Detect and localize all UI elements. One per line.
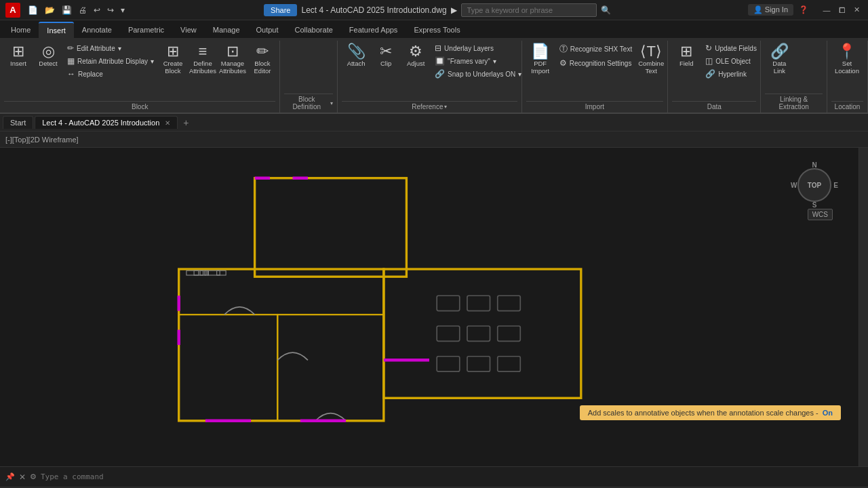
- maximize-button[interactable]: ⧠: [835, 4, 848, 16]
- compass-view-label: TOP: [808, 182, 821, 189]
- clip-button[interactable]: ✂ Clip: [372, 42, 400, 69]
- retain-attribute-button[interactable]: ▦ Retain Attribute Display ▾: [64, 55, 157, 67]
- undo-icon[interactable]: ↩: [92, 4, 102, 16]
- tab-start[interactable]: Start: [3, 116, 33, 129]
- replace-icon: ↔: [67, 69, 75, 79]
- edit-attribute-dropdown[interactable]: ▾: [118, 45, 121, 52]
- linking-label: Linking & Extraction: [765, 96, 823, 110]
- insert-button[interactable]: ⊞ Insert: [4, 42, 33, 69]
- recognition-settings-button[interactable]: ⚙ Recognition Settings: [556, 57, 636, 69]
- window-title: Lect 4 - AutoCAD 2025 Introduction.dwg: [301, 5, 446, 15]
- combine-text-button[interactable]: ⟨T⟩ CombineText: [637, 42, 665, 77]
- title-center: Share Lect 4 - AutoCAD 2025 Introduction…: [264, 3, 611, 17]
- clip-icon: ✂: [380, 44, 392, 59]
- attribute-buttons: ✏ Edit Attribute ▾ ▦ Retain Attribute Di…: [64, 42, 157, 80]
- create-block-icon: ⊞: [167, 44, 179, 59]
- attach-button[interactable]: 📎 Attach: [342, 42, 370, 69]
- field-button[interactable]: ⊞ Field: [672, 42, 701, 69]
- compass-south: S: [812, 201, 817, 209]
- help-icon[interactable]: ❓: [799, 5, 808, 14]
- pdf-import-button[interactable]: 📄 PDFImport: [526, 42, 555, 77]
- underlay-layers-button[interactable]: ⊟ Underlay Layers: [431, 42, 525, 54]
- tab-featured-apps[interactable]: Featured Apps: [341, 22, 406, 38]
- set-location-button[interactable]: 📍 SetLocation: [831, 42, 863, 77]
- svg-rect-12: [437, 296, 460, 310]
- tab-close-button[interactable]: ✕: [165, 119, 170, 127]
- ribbon: Home Insert Annotate Parametric View Man…: [0, 20, 868, 114]
- detect-button[interactable]: ◎ Detect: [34, 42, 62, 69]
- tab-output[interactable]: Output: [248, 22, 287, 38]
- hyperlink-button[interactable]: 🔗 Hyperlink: [702, 68, 760, 80]
- replace-button[interactable]: ↔ Replace: [64, 68, 157, 80]
- right-scrollbar[interactable]: [859, 148, 868, 466]
- block-def-dropdown[interactable]: ▾: [330, 100, 333, 106]
- ribbon-content: ⊞ Insert ◎ Detect ✏ Edit Attribute ▾ ▦ R…: [0, 38, 868, 113]
- svg-rect-26: [217, 270, 226, 275]
- data-link-button[interactable]: 🔗 DataLink: [765, 42, 793, 77]
- tab-parametric[interactable]: Parametric: [120, 22, 172, 38]
- tab-annotate[interactable]: Annotate: [74, 22, 120, 38]
- save-icon[interactable]: 💾: [60, 4, 74, 16]
- plot-icon[interactable]: 🖨: [77, 4, 89, 16]
- tab-drawing[interactable]: Lect 4 - AutoCAD 2025 Introduction ✕: [35, 116, 178, 129]
- close-button close-btn[interactable]: ✕: [850, 4, 863, 16]
- snap-dropdown[interactable]: ▾: [518, 70, 521, 78]
- data-extras: ↻ Update Fields ◫ OLE Object 🔗 Hyperlink: [702, 42, 760, 80]
- search-icon[interactable]: 🔍: [601, 5, 611, 15]
- add-tab-button[interactable]: +: [179, 116, 193, 129]
- command-settings-icon[interactable]: ⚙: [30, 472, 37, 481]
- recognize-shx-button[interactable]: Ⓣ Recognize SHX Text: [556, 42, 636, 56]
- reference-dropdown[interactable]: ▾: [444, 104, 447, 110]
- adjust-icon: ⚙: [409, 44, 422, 59]
- svg-rect-14: [498, 296, 521, 310]
- command-input[interactable]: [41, 472, 863, 481]
- svg-rect-13: [467, 296, 490, 310]
- svg-rect-15: [437, 326, 460, 341]
- block-editor-button[interactable]: ✏ BlockEditor: [248, 42, 277, 77]
- title-right: 👤 Sign In ❓ — ⧠ ✕: [748, 4, 863, 16]
- title-arrow[interactable]: ▶: [451, 5, 457, 15]
- notification-link[interactable]: On: [823, 409, 833, 417]
- sign-in-button[interactable]: 👤 Sign In: [748, 4, 793, 16]
- command-pin-icon[interactable]: 📌: [5, 472, 15, 481]
- command-line: 📌 ✕ ⚙: [0, 466, 868, 487]
- notification-text: Add scales to annotative objects when th…: [588, 409, 818, 417]
- tab-collaborate[interactable]: Collaborate: [287, 22, 341, 38]
- create-block-button[interactable]: ⊞ CreateBlock: [159, 42, 187, 77]
- adjust-button[interactable]: ⚙ Adjust: [401, 42, 430, 69]
- tab-manage[interactable]: Manage: [205, 22, 248, 38]
- redo-icon[interactable]: ↪: [105, 4, 116, 16]
- frames-dropdown[interactable]: ▾: [493, 58, 496, 65]
- compass-center[interactable]: TOP: [797, 168, 831, 202]
- block-editor-icon: ✏: [256, 44, 269, 59]
- tab-insert[interactable]: Insert: [39, 22, 74, 38]
- manage-attributes-button[interactable]: ⊡ ManageAttributes: [218, 42, 247, 77]
- tab-express-tools[interactable]: Express Tools: [406, 22, 468, 38]
- reference-extras: ⊟ Underlay Layers 🔲 "Frames vary" ▾ 🔗 Sn…: [431, 42, 525, 80]
- location-label: Location: [835, 103, 861, 110]
- search-input[interactable]: [461, 3, 597, 17]
- open-icon[interactable]: 📂: [43, 4, 57, 16]
- svg-rect-4: [384, 269, 581, 398]
- underlay-icon: ⊟: [435, 43, 441, 53]
- new-icon[interactable]: 📄: [26, 4, 40, 16]
- tab-view[interactable]: View: [172, 22, 205, 38]
- retain-dropdown[interactable]: ▾: [151, 58, 154, 65]
- update-fields-button[interactable]: ↻ Update Fields: [702, 42, 760, 54]
- tab-home[interactable]: Home: [3, 22, 39, 38]
- frames-button[interactable]: 🔲 "Frames vary" ▾: [431, 55, 525, 67]
- define-attributes-button[interactable]: ≡ DefineAttributes: [189, 42, 217, 77]
- more-icon[interactable]: ▾: [119, 4, 127, 16]
- snap-underlays-button[interactable]: 🔗 Snap to Underlays ON ▾: [431, 68, 525, 80]
- edit-attribute-button[interactable]: ✏ Edit Attribute ▾: [64, 42, 157, 54]
- ole-object-button[interactable]: ◫ OLE Object: [702, 55, 760, 67]
- data-link-icon: 🔗: [770, 44, 789, 59]
- minimize-button[interactable]: —: [821, 4, 833, 16]
- svg-rect-0: [179, 269, 384, 421]
- compass-west: W: [791, 182, 797, 189]
- share-button[interactable]: Share: [264, 4, 297, 16]
- command-close-icon[interactable]: ✕: [19, 472, 26, 482]
- ribbon-group-linking: 🔗 DataLink Linking & Extraction: [761, 41, 827, 113]
- svg-rect-19: [467, 357, 490, 371]
- update-fields-icon: ↻: [705, 43, 712, 53]
